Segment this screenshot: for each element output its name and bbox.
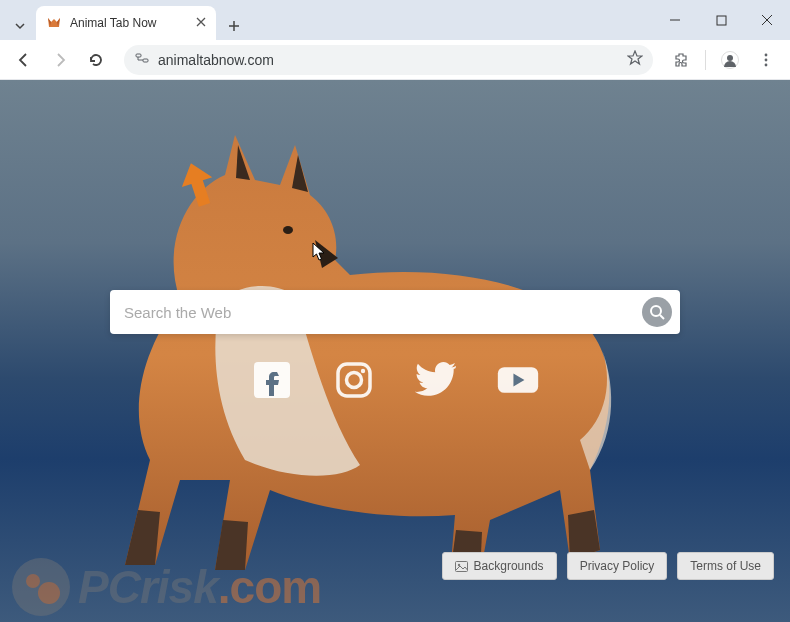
privacy-label: Privacy Policy — [580, 559, 655, 573]
social-links — [110, 358, 680, 402]
pcrisk-watermark: PCrisk.com — [12, 558, 321, 616]
watermark-text: PCrisk.com — [78, 560, 321, 614]
svg-point-5 — [765, 53, 768, 56]
twitter-link[interactable] — [414, 358, 458, 402]
terms-label: Terms of Use — [690, 559, 761, 573]
forward-button[interactable] — [44, 44, 76, 76]
backgrounds-button[interactable]: Backgrounds — [442, 552, 557, 580]
svg-rect-15 — [455, 561, 467, 571]
svg-point-9 — [651, 306, 661, 316]
maximize-button[interactable] — [698, 0, 744, 40]
svg-rect-1 — [136, 54, 141, 57]
annotation-arrow-icon — [178, 160, 218, 210]
privacy-policy-button[interactable]: Privacy Policy — [567, 552, 668, 580]
backgrounds-label: Backgrounds — [474, 559, 544, 573]
facebook-link[interactable] — [250, 358, 294, 402]
svg-point-7 — [765, 63, 768, 66]
svg-rect-11 — [338, 364, 370, 396]
tab-close-icon[interactable] — [196, 16, 206, 30]
tab-search-dropdown[interactable] — [8, 12, 32, 40]
svg-rect-0 — [717, 16, 726, 25]
window-controls — [652, 0, 790, 40]
browser-titlebar: Animal Tab Now — [0, 0, 790, 40]
minimize-button[interactable] — [652, 0, 698, 40]
profile-button[interactable] — [714, 44, 746, 76]
instagram-icon — [334, 360, 374, 400]
terms-of-use-button[interactable]: Terms of Use — [677, 552, 774, 580]
youtube-icon — [496, 360, 540, 400]
new-tab-button[interactable] — [220, 12, 248, 40]
reload-button[interactable] — [80, 44, 112, 76]
extensions-button[interactable] — [665, 44, 697, 76]
browser-tab[interactable]: Animal Tab Now — [36, 6, 216, 40]
url-text: animaltabnow.com — [158, 52, 619, 68]
close-window-button[interactable] — [744, 0, 790, 40]
youtube-link[interactable] — [496, 358, 540, 402]
twitter-icon — [414, 360, 458, 400]
search-area — [110, 290, 680, 402]
back-button[interactable] — [8, 44, 40, 76]
instagram-link[interactable] — [332, 358, 376, 402]
svg-point-13 — [361, 369, 365, 373]
image-icon — [455, 560, 468, 573]
menu-button[interactable] — [750, 44, 782, 76]
fox-favicon-icon — [46, 15, 62, 31]
globe-icon — [12, 558, 70, 616]
browser-toolbar: animaltabnow.com — [0, 40, 790, 80]
svg-point-6 — [765, 58, 768, 61]
toolbar-divider — [705, 50, 706, 70]
page-content: Backgrounds Privacy Policy Terms of Use … — [0, 80, 790, 622]
search-input[interactable] — [124, 304, 642, 321]
svg-point-4 — [727, 55, 733, 61]
tab-title: Animal Tab Now — [70, 16, 188, 30]
address-bar[interactable]: animaltabnow.com — [124, 45, 653, 75]
bookmark-star-icon[interactable] — [627, 50, 643, 69]
search-bar[interactable] — [110, 290, 680, 334]
svg-rect-2 — [143, 59, 148, 62]
footer-buttons: Backgrounds Privacy Policy Terms of Use — [442, 552, 774, 580]
search-button[interactable] — [642, 297, 672, 327]
search-icon — [649, 304, 665, 320]
facebook-icon — [252, 360, 292, 400]
site-info-icon[interactable] — [134, 50, 150, 69]
svg-point-12 — [347, 373, 362, 388]
svg-point-8 — [283, 226, 293, 234]
